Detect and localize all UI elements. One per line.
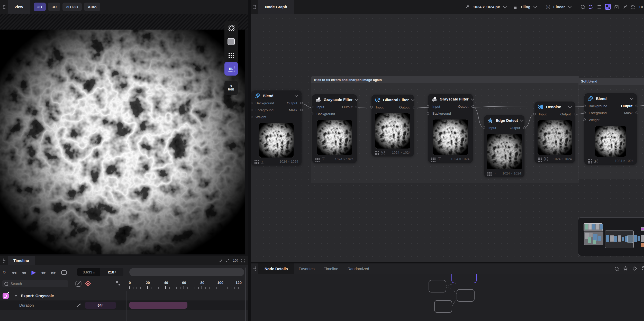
duration-track-bar[interactable] — [129, 302, 187, 309]
tab-node-graph[interactable]: Node Graph — [258, 0, 294, 14]
resolution-dropdown[interactable]: 1024 x 1024 px — [473, 5, 500, 9]
star-icon[interactable] — [623, 266, 628, 271]
dice-icon[interactable] — [614, 5, 620, 9]
sync-icon[interactable] — [588, 4, 593, 9]
viewport-2d-image[interactable] — [0, 30, 245, 254]
background-color-button[interactable] — [224, 35, 238, 48]
input-port[interactable] — [251, 116, 252, 118]
chevron-down-icon[interactable] — [630, 96, 633, 100]
expand-icon[interactable] — [226, 259, 230, 262]
collapse-icon[interactable] — [623, 5, 627, 9]
search-input[interactable] — [10, 281, 66, 286]
input-port[interactable] — [251, 109, 252, 111]
output-port[interactable] — [636, 112, 638, 114]
search-icon[interactable] — [581, 5, 585, 9]
previous-keyframe-button[interactable]: ◀◆ — [21, 271, 26, 274]
drag-handle-icon[interactable] — [3, 258, 6, 263]
output-port[interactable] — [300, 102, 303, 104]
zoom-level-label[interactable]: 100 — [233, 259, 238, 262]
rewind-button[interactable]: ◀◀ — [11, 271, 16, 274]
track-property-row[interactable]: Duration 64f — [0, 300, 248, 310]
node-thumbnail[interactable] — [595, 126, 626, 157]
input-port[interactable] — [370, 106, 373, 108]
mode-auto-button[interactable]: Auto — [84, 3, 100, 11]
chevron-down-icon[interactable] — [568, 4, 572, 8]
node-edge-detect[interactable]: Edge Detect InputOutput 1024 × 1024 — [484, 115, 524, 177]
curve-editor-icon[interactable] — [75, 281, 81, 287]
tiling-dropdown[interactable]: Tiling — [520, 5, 531, 9]
node-blend-1[interactable]: Blend BackgroundOutput ForegroundMask We… — [251, 90, 302, 166]
frame-icon[interactable] — [241, 259, 245, 262]
curve-icon[interactable] — [76, 303, 81, 308]
bilinear-filter-button[interactable]: BL — [224, 62, 238, 76]
minimap-viewport[interactable] — [628, 235, 633, 243]
scrollbar[interactable] — [245, 268, 246, 321]
node-thumbnail[interactable] — [433, 120, 468, 155]
time-display[interactable]: 3.633s 218f — [77, 268, 123, 276]
zoom-level-clipped[interactable]: 10 — [639, 5, 643, 9]
pin-marker-icon[interactable] — [115, 280, 121, 287]
resize-icon[interactable] — [465, 5, 469, 9]
collapse-icon[interactable] — [219, 259, 223, 262]
chevron-down-icon[interactable] — [568, 105, 572, 108]
input-port[interactable] — [311, 106, 313, 108]
output-port[interactable] — [300, 109, 303, 111]
expander-triangle[interactable] — [14, 295, 17, 297]
tab-favorites[interactable]: Favorites — [294, 267, 319, 271]
srgb-toggle-button[interactable]: S RGB — [224, 81, 238, 95]
node-thumbnail[interactable] — [487, 134, 522, 169]
diamond-icon[interactable] — [632, 266, 637, 271]
tab-timeline[interactable]: Timeline — [8, 256, 35, 265]
mode-2d-button[interactable]: 2D — [34, 3, 46, 11]
node-thumbnail[interactable] — [375, 113, 410, 149]
node-thumbnail[interactable] — [317, 120, 352, 155]
node-thumbnail[interactable] — [259, 123, 294, 158]
output-port[interactable] — [636, 105, 638, 107]
swatch-icon[interactable] — [605, 4, 611, 10]
input-port[interactable] — [311, 113, 313, 115]
play-button[interactable]: ▶ — [31, 269, 36, 276]
chevron-down-icon[interactable] — [295, 94, 298, 97]
fast-forward-button[interactable]: ▶▶ — [51, 271, 56, 274]
timeline-zoom-scrollbar[interactable] — [129, 268, 244, 276]
input-port[interactable] — [427, 112, 429, 115]
frame-icon[interactable] — [631, 5, 635, 9]
input-port[interactable] — [483, 126, 485, 129]
node-grayscale-filter-2[interactable]: Grayscale Filter InputOutput Background … — [428, 94, 473, 163]
drag-handle-icon[interactable] — [3, 5, 6, 9]
mode-2d3d-button[interactable]: 2D+3D — [62, 3, 82, 11]
search-icon[interactable] — [615, 267, 619, 271]
output-port[interactable] — [356, 106, 358, 108]
drag-handle-icon[interactable] — [253, 266, 256, 271]
input-port[interactable] — [427, 105, 429, 108]
ruler-major-ticks[interactable] — [129, 286, 245, 289]
drag-handle-icon[interactable] — [253, 5, 256, 9]
history-icon[interactable] — [641, 266, 644, 271]
input-port[interactable] — [583, 112, 586, 114]
output-port[interactable] — [523, 126, 526, 129]
timeline-search[interactable] — [2, 280, 68, 287]
next-keyframe-button[interactable]: ◆▶ — [41, 271, 46, 274]
tab-randomized[interactable]: Randomized — [343, 267, 374, 271]
list-icon[interactable] — [597, 5, 601, 9]
reset-playback-button[interactable]: ↺ — [3, 270, 6, 274]
chevron-down-icon[interactable] — [411, 98, 414, 101]
node-grayscale-filter-1[interactable]: Grayscale Filter InputOutput Background … — [312, 94, 357, 163]
background-pattern-button[interactable] — [224, 21, 238, 35]
tab-view[interactable]: View — [8, 0, 30, 14]
input-port[interactable] — [251, 102, 252, 104]
output-port[interactable] — [471, 105, 474, 108]
auto-keyframe-icon[interactable] — [85, 281, 91, 287]
duration-value-field[interactable]: 64f — [85, 302, 116, 309]
node-thumbnail[interactable] — [538, 120, 572, 155]
input-port[interactable] — [533, 113, 536, 115]
tiling-preview-button[interactable] — [224, 48, 238, 62]
chevron-down-icon[interactable] — [520, 118, 524, 122]
node-graph-minimap[interactable] — [578, 217, 644, 256]
chevron-down-icon[interactable] — [533, 4, 537, 8]
tab-node-details[interactable]: Node Details — [258, 263, 294, 274]
node-blend-2[interactable]: Blend BackgroundOutput ForegroundMask We… — [584, 93, 637, 165]
track-group-row[interactable]: Export: Grayscale — [0, 291, 248, 300]
mode-3d-button[interactable]: 3D — [48, 3, 60, 11]
node-bilateral-filter[interactable]: Bilateral Filter InputOutput 1024 × 1024 — [371, 95, 414, 157]
